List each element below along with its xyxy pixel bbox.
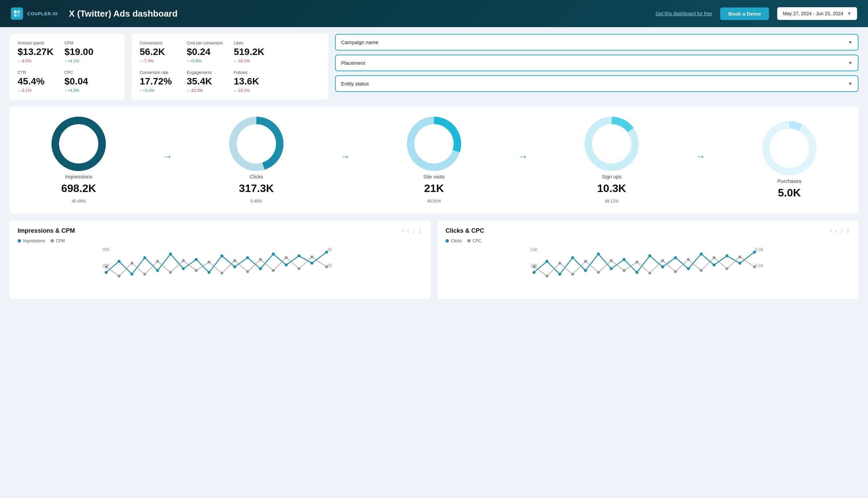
- funnel-item-4: Purchases 5.0K: [762, 121, 816, 199]
- metric-label: CPC: [64, 70, 101, 75]
- svg-point-80: [636, 261, 639, 264]
- svg-point-33: [118, 274, 121, 277]
- funnel-value: 317.3K: [239, 182, 273, 195]
- chart-sort-up-icon[interactable]: ↑: [830, 228, 832, 233]
- legend-dot: [445, 239, 449, 243]
- logo-area: COUPLER.IO: [11, 8, 58, 20]
- logo-icon: [11, 8, 23, 20]
- metric-value: 56.2K: [140, 47, 176, 57]
- svg-rect-3: [17, 14, 20, 17]
- metric-item-right-5: Follows 13.6K ↓ -10.1%: [233, 70, 270, 93]
- svg-point-19: [169, 252, 172, 255]
- metric-change: ↑ +0.8%: [187, 59, 223, 63]
- legend-item: Clicks: [445, 238, 462, 243]
- svg-point-45: [272, 269, 275, 272]
- filter-campaign-name[interactable]: Campaign name ▼: [335, 34, 858, 51]
- svg-point-54: [533, 271, 536, 274]
- filter-label-entity-status: Entity status: [341, 81, 369, 87]
- funnel-item-1: Clicks 317.3K 6.48%: [229, 117, 283, 204]
- svg-text:30K: 30K: [103, 247, 109, 252]
- svg-point-74: [558, 262, 561, 265]
- metric-item-right-2: Likes 519.2K ↓ -10.1%: [233, 41, 270, 63]
- svg-point-39: [195, 269, 198, 272]
- chart-more-icon[interactable]: ⋮: [418, 228, 423, 233]
- svg-point-21: [195, 258, 198, 261]
- metric-label: Likes: [233, 41, 270, 45]
- funnel-arrow-icon: →: [518, 151, 528, 162]
- svg-point-48: [310, 255, 313, 259]
- svg-point-73: [546, 274, 549, 277]
- chart-card-clicks-cpc: Clicks & CPC ↑ ↓ ⋮ Clicks CPC 15K10K0.06…: [437, 221, 858, 299]
- date-range-picker[interactable]: May 27, 2024 - Jun 25, 2024 ▼: [777, 7, 857, 20]
- svg-point-41: [221, 271, 224, 274]
- funnel-arrow-icon: →: [340, 151, 350, 162]
- filter-chevron-icon: ▼: [848, 40, 852, 45]
- svg-point-69: [725, 254, 729, 257]
- svg-point-61: [623, 258, 626, 261]
- svg-point-56: [558, 273, 561, 276]
- chart-sort-down-icon[interactable]: ↓: [407, 228, 409, 233]
- svg-point-35: [144, 273, 146, 276]
- metric-value: 13.6K: [233, 76, 270, 87]
- svg-point-12: [766, 125, 813, 172]
- svg-point-40: [208, 261, 211, 264]
- svg-point-27: [272, 252, 275, 255]
- svg-point-64: [661, 265, 664, 268]
- main-content: Amount spend $13.27K ↓ -6.5% CPM $19.00 …: [0, 27, 868, 306]
- funnel-pct: 45.44%: [72, 199, 86, 204]
- metric-change: ↓ -10.1%: [233, 88, 270, 93]
- svg-point-38: [182, 259, 185, 262]
- svg-point-43: [246, 270, 249, 273]
- svg-point-62: [636, 271, 639, 274]
- svg-point-20: [182, 267, 185, 270]
- metric-change: ↓ -10.1%: [233, 59, 270, 63]
- funnel-pct: 49.12%: [605, 199, 619, 204]
- svg-text:30: 30: [327, 247, 332, 252]
- metric-change: ↓ -6.5%: [18, 59, 54, 63]
- svg-point-58: [584, 269, 587, 272]
- svg-point-60: [610, 267, 613, 270]
- svg-point-77: [597, 271, 600, 274]
- legend-label: Clicks: [451, 238, 462, 243]
- metric-value: $0.04: [64, 76, 101, 87]
- metric-value: 519.2K: [233, 47, 270, 57]
- svg-text:0.06: 0.06: [755, 247, 763, 252]
- chart-sort-up-icon[interactable]: ↑: [402, 228, 404, 233]
- svg-point-57: [571, 256, 574, 259]
- metric-value: 17.72%: [140, 76, 176, 87]
- metric-item-left-2: CTR 45.4% ↓ -0.1%: [18, 70, 54, 93]
- svg-text:10K: 10K: [530, 263, 537, 268]
- logo-text: COUPLER.IO: [27, 11, 58, 16]
- svg-point-25: [246, 256, 249, 259]
- svg-text:20K: 20K: [103, 263, 109, 268]
- page-title: X (Twitter) Ads dashboard: [69, 9, 647, 19]
- svg-point-17: [144, 256, 146, 259]
- metric-item-left-0: Amount spend $13.27K ↓ -6.5%: [18, 41, 54, 63]
- get-dashboard-link[interactable]: Get this dashboard for free: [655, 11, 712, 16]
- metric-value: $0.24: [187, 47, 223, 57]
- top-row: Amount spend $13.27K ↓ -6.5% CPM $19.00 …: [10, 34, 858, 100]
- chart-sort-down-icon[interactable]: ↓: [835, 228, 837, 233]
- metric-value: $13.27K: [18, 47, 54, 57]
- legend-item: Impressions: [18, 238, 45, 243]
- filter-entity-status[interactable]: Entity status ▼: [335, 75, 858, 92]
- metric-label: Cost per conversion: [187, 41, 223, 45]
- funnel-label: Clicks: [250, 174, 263, 180]
- legend-dot: [51, 239, 54, 243]
- metric-item-left-1: CPM $19.00 ↑ +4.1%: [64, 41, 101, 63]
- svg-point-75: [571, 273, 574, 276]
- chart-more-icon[interactable]: ⋮: [846, 228, 850, 233]
- chart-card-impressions-cpm: Impressions & CPM ↑ ↓ ⋮ Impressions CPM …: [10, 221, 431, 299]
- svg-point-87: [725, 267, 729, 270]
- metrics-left-grid: Amount spend $13.27K ↓ -6.5% CPM $19.00 …: [18, 41, 101, 93]
- chart-action-divider: [413, 228, 414, 233]
- metric-label: Conversion rate: [140, 70, 176, 75]
- svg-text:0.04: 0.04: [755, 263, 763, 268]
- book-demo-button[interactable]: Book a Demo: [720, 8, 769, 20]
- metric-change: ↑ +3.4%: [140, 88, 176, 93]
- metric-item-left-3: CPC $0.04 ↑ +4.3%: [64, 70, 101, 93]
- funnel-pct: 49.91%: [427, 199, 441, 204]
- funnel-value: 21K: [424, 182, 444, 195]
- filter-placement[interactable]: Placement ▼: [335, 55, 858, 71]
- metric-label: Engagements: [187, 70, 223, 75]
